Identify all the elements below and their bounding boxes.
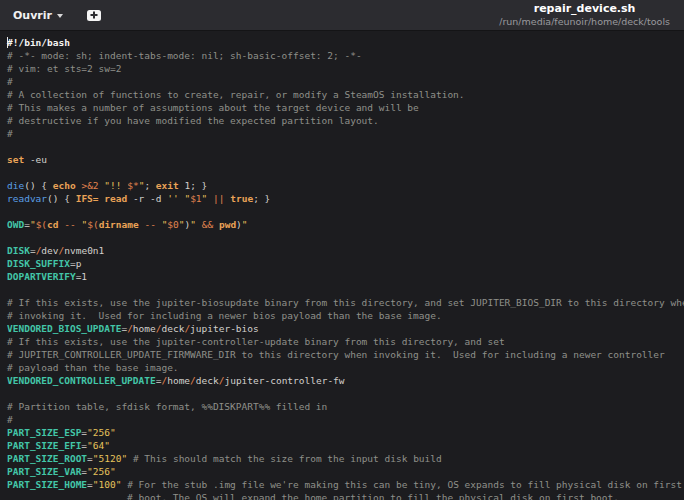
document-path: /run/media/feunoir/home/deck/tools <box>499 17 670 27</box>
code-line: # payload than the base image. <box>7 361 684 374</box>
code-line: PART_SIZE_ESP="256" <box>7 426 684 439</box>
code-line: VENDORED_CONTROLLER_UPDATE=/home/deck/ju… <box>7 374 684 387</box>
code-line <box>7 387 684 400</box>
code-line: # vim: et sts=2 sw=2 <box>7 62 684 75</box>
code-line: DISK_SUFFIX=p <box>7 257 684 270</box>
code-area[interactable]: #!/bin/bash# -*- mode: sh; indent-tabs-m… <box>0 31 684 500</box>
code-line: # If this exists, use the jupiter-contro… <box>7 335 684 348</box>
header-bar: Ouvrir repair_device.sh /run/media/feuno… <box>0 0 684 31</box>
code-line: # <box>7 127 684 140</box>
code-line: VENDORED_BIOS_UPDATE=/home/deck/jupiter-… <box>7 322 684 335</box>
open-button-label: Ouvrir <box>13 9 52 22</box>
code-line: PART_SIZE_ROOT="5120" # This should matc… <box>7 452 684 465</box>
code-line <box>7 140 684 153</box>
code-line <box>7 166 684 179</box>
code-line: # This makes a number of assumptions abo… <box>7 101 684 114</box>
tab-new-icon <box>87 10 101 21</box>
code-line <box>7 231 684 244</box>
document-title: repair_device.sh <box>499 3 670 15</box>
code-line: # -*- mode: sh; indent-tabs-mode: nil; s… <box>7 49 684 62</box>
code-line <box>7 205 684 218</box>
code-line: # Partition table, sfdisk format, %%DISK… <box>7 400 684 413</box>
code-line: # invoking it. Used for including a newe… <box>7 309 684 322</box>
code-line: # If this exists, use the jupiter-biosup… <box>7 296 684 309</box>
code-line <box>7 283 684 296</box>
code-line: PART_SIZE_EFI="64" <box>7 439 684 452</box>
code-line: # <box>7 413 684 426</box>
code-line: readvar() { IFS= read -r -d '' "$1" || t… <box>7 192 684 205</box>
code-line: # boot. The OS will expand the home part… <box>7 491 684 500</box>
code-line: # JUPITER_CONTROLLER_UPDATE_FIRMWARE_DIR… <box>7 348 684 361</box>
code-line: OWD="$(cd -- "$(dirname -- "$0")" && pwd… <box>7 218 684 231</box>
code-line: set -eu <box>7 153 684 166</box>
chevron-down-icon <box>57 14 63 18</box>
code-line: # A collection of functions to create, r… <box>7 88 684 101</box>
open-button[interactable]: Ouvrir <box>7 5 69 26</box>
text-editor-window: Ouvrir repair_device.sh /run/media/feuno… <box>0 0 684 500</box>
code-line: # <box>7 75 684 88</box>
window-title-block: repair_device.sh /run/media/feunoir/home… <box>499 3 670 28</box>
code-line: # destructive if you have modified the e… <box>7 114 684 127</box>
code-line: PART_SIZE_HOME="100" # For the stub .img… <box>7 478 684 491</box>
code-line: DOPARTVERIFY=1 <box>7 270 684 283</box>
code-line: DISK=/dev/nvme0n1 <box>7 244 684 257</box>
code-line: #!/bin/bash <box>7 36 684 49</box>
code-line: die() { echo >&2 "!! $*"; exit 1; } <box>7 179 684 192</box>
code-line: PART_SIZE_VAR="256" <box>7 465 684 478</box>
new-tab-button[interactable] <box>83 6 105 25</box>
